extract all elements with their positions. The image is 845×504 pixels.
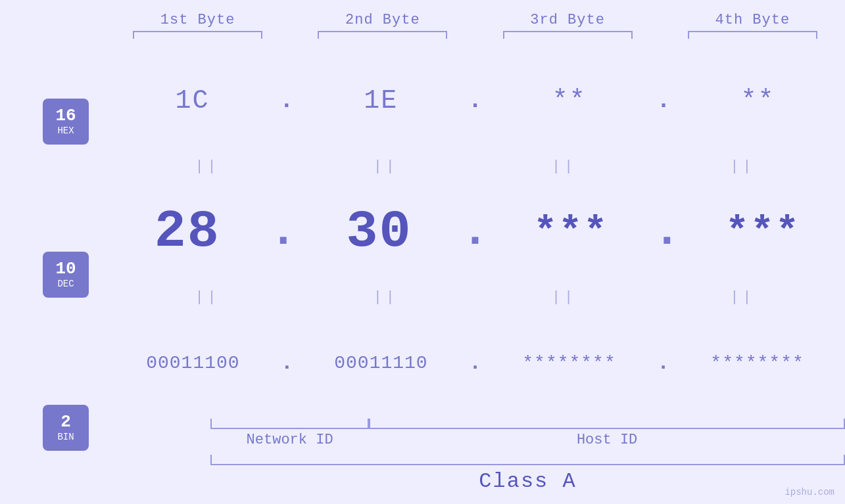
bin-byte1-value: 00011100 xyxy=(146,353,239,373)
equals-cell-8: || xyxy=(654,289,832,306)
hex-row: 1C . 1E . ** . ** xyxy=(105,45,845,156)
equals-cell-7: || xyxy=(475,289,654,306)
dec-dot1: . xyxy=(270,206,297,258)
bin-byte4-value: ******** xyxy=(710,353,804,373)
hex-byte1-cell: 1C xyxy=(105,86,279,116)
hex-dot2: . xyxy=(468,87,483,114)
bracket-line-1 xyxy=(133,31,262,39)
content-area: 16 HEX 10 DEC 2 BIN 1C . xyxy=(0,45,845,504)
dec-byte3-cell: *** xyxy=(489,210,654,254)
byte1-header: 1st Byte xyxy=(105,12,290,28)
bin-byte3-value: ******** xyxy=(522,353,616,373)
bracket-cell-4 xyxy=(660,31,845,39)
equals-cell-1: || xyxy=(118,158,297,175)
host-id-label: Host ID xyxy=(369,432,845,448)
dec-byte2-cell: 30 xyxy=(297,202,462,262)
network-bracket xyxy=(210,419,369,429)
bin-dot1: . xyxy=(281,351,293,375)
equals-cell-6: || xyxy=(297,289,475,306)
bracket-line-3 xyxy=(503,31,633,39)
class-label: Class A xyxy=(210,469,845,493)
bin-badge: 2 BIN xyxy=(43,405,89,451)
bin-byte2-cell: 00011110 xyxy=(293,353,469,373)
hex-badge-label: HEX xyxy=(57,126,74,136)
dec-dot2: . xyxy=(461,206,489,258)
equals-cell-2: || xyxy=(297,158,475,175)
class-bracket xyxy=(210,455,845,465)
equals-row-1: || || || || xyxy=(105,156,845,176)
bin-dot2: . xyxy=(469,351,481,375)
watermark: ipshu.com xyxy=(785,487,834,497)
hex-byte3-value: ** xyxy=(552,86,587,116)
top-brackets xyxy=(0,31,845,39)
bracket-cell-3 xyxy=(475,31,660,39)
network-id-label: Network ID xyxy=(210,432,369,448)
bottom-section: Network ID Host ID xyxy=(105,419,845,448)
bracket-cell-1 xyxy=(105,31,290,39)
hex-byte4-value: ** xyxy=(740,86,775,116)
hex-byte2-value: 1E xyxy=(364,86,398,116)
byte3-header: 3rd Byte xyxy=(475,12,660,28)
equals-cell-4: || xyxy=(654,158,832,175)
dec-byte3-value: *** xyxy=(533,210,608,254)
bin-byte1-cell: 00011100 xyxy=(105,353,281,373)
hex-dot1: . xyxy=(279,87,294,114)
dec-byte1-cell: 28 xyxy=(105,202,270,262)
main-container: 1st Byte 2nd Byte 3rd Byte 4th Byte 16 H… xyxy=(0,0,845,504)
class-section: Class A xyxy=(105,455,845,493)
dec-badge-label: DEC xyxy=(57,279,74,289)
bin-byte2-value: 00011110 xyxy=(334,353,427,373)
bin-dot3: . xyxy=(657,351,669,375)
bottom-labels: Network ID Host ID xyxy=(210,429,845,448)
hex-badge: 16 HEX xyxy=(43,99,89,145)
byte4-header: 4th Byte xyxy=(660,12,845,28)
hex-dot3: . xyxy=(656,87,671,114)
hex-byte3-cell: ** xyxy=(482,86,656,116)
dec-dot3: . xyxy=(653,206,681,258)
hex-byte4-cell: ** xyxy=(671,86,845,116)
badges-column: 16 HEX 10 DEC 2 BIN xyxy=(26,45,105,504)
byte2-header: 2nd Byte xyxy=(290,12,475,28)
dec-badge: 10 DEC xyxy=(43,252,89,298)
bracket-cell-2 xyxy=(290,31,475,39)
host-bracket xyxy=(369,419,845,429)
hex-badge-number: 16 xyxy=(55,107,76,124)
bin-byte4-cell: ******** xyxy=(669,353,845,373)
bin-row: 00011100 . 00011110 . ******** . *******… xyxy=(105,308,845,419)
equals-cell-3: || xyxy=(475,158,654,175)
bracket-line-4 xyxy=(688,31,817,39)
dec-row: 28 . 30 . *** . *** xyxy=(105,176,845,287)
bin-byte3-cell: ******** xyxy=(481,353,657,373)
byte-headers: 1st Byte 2nd Byte 3rd Byte 4th Byte xyxy=(0,0,845,28)
dec-byte1-value: 28 xyxy=(155,202,220,262)
hex-byte2-cell: 1E xyxy=(294,86,468,116)
bottom-brackets xyxy=(210,419,845,429)
bin-badge-label: BIN xyxy=(57,432,74,442)
equals-row-2: || || || || xyxy=(105,288,845,308)
bracket-line-2 xyxy=(318,31,447,39)
values-area: 1C . 1E . ** . ** xyxy=(105,45,845,504)
dec-badge-number: 10 xyxy=(55,260,76,277)
dec-byte4-cell: *** xyxy=(681,210,845,254)
bin-badge-number: 2 xyxy=(60,413,71,430)
equals-cell-5: || xyxy=(118,289,297,306)
dec-byte4-value: *** xyxy=(725,210,800,254)
hex-byte1-value: 1C xyxy=(176,86,210,116)
dec-byte2-value: 30 xyxy=(347,202,412,262)
